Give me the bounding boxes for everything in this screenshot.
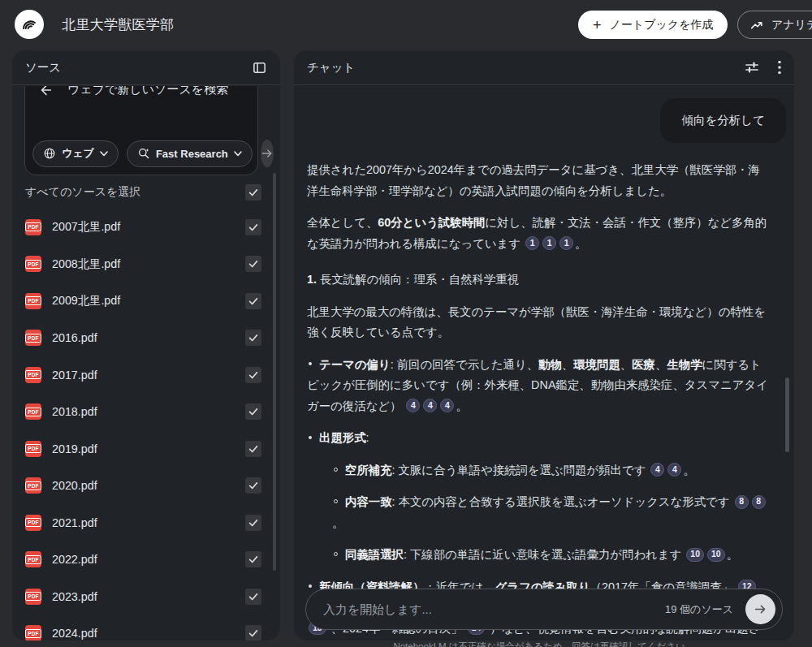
source-row[interactable]: PDF2019.pdf [25, 430, 261, 468]
source-checkbox[interactable] [245, 477, 261, 494]
source-file-name: 2021.pdf [52, 516, 97, 529]
web-search-card: ウェブで新しいソースを検索 ウェブ [24, 86, 258, 175]
source-row[interactable]: PDF2016.pdf [25, 320, 261, 357]
more-options-icon[interactable] [778, 60, 781, 75]
text-run: 内容一致 [345, 495, 392, 508]
source-checkbox[interactable] [245, 367, 261, 383]
text-run: 。 [456, 399, 467, 412]
citation-chip[interactable]: 1 [559, 236, 573, 250]
analytics-label: アナリティ [771, 18, 812, 32]
text-run: 。 [683, 464, 694, 477]
source-checkbox[interactable] [245, 441, 261, 457]
source-file-name: 2019.pdf [52, 442, 97, 455]
pdf-file-icon: PDF [25, 367, 41, 383]
source-row[interactable]: PDF2009北里.pdf [25, 283, 261, 320]
citation-chip[interactable]: 1 [525, 236, 539, 250]
send-button[interactable] [745, 594, 775, 624]
source-checkbox[interactable] [245, 589, 261, 605]
source-row[interactable]: PDF2024.pdf [25, 615, 261, 641]
citation-chip[interactable]: 8 [752, 495, 766, 509]
sources-scrollbar[interactable] [273, 173, 276, 571]
web-source-dropdown[interactable]: ウェブ [32, 140, 119, 167]
chat-heading: 1. 長文読解の傾向：理系・自然科学重視 [307, 270, 771, 291]
source-row[interactable]: PDF2021.pdf [25, 504, 261, 541]
citation-chip[interactable]: 4 [650, 463, 664, 477]
text-run: 全体として、 [307, 216, 378, 229]
citation-chip[interactable]: 4 [667, 463, 681, 477]
source-checkbox[interactable] [245, 293, 261, 309]
text-run: 長文読解の傾向：理系・自然科学重視 [320, 273, 519, 286]
notebooklm-logo-icon[interactable] [15, 10, 44, 39]
disclaimer-text: NotebookLM は不正確な場合があるため、回答は再確認してください。 [294, 641, 794, 647]
source-row[interactable]: PDF2007北里.pdf [25, 209, 261, 246]
text-run: 空所補充 [345, 464, 392, 477]
source-file-name: 2008北里.pdf [52, 257, 120, 272]
citation-chip[interactable]: 8 [735, 495, 749, 509]
pdf-file-icon: PDF [25, 441, 41, 457]
source-count-label: 19 個のソース [665, 602, 733, 617]
sources-panel-title: ソース [25, 60, 61, 75]
text-run: 提供された2007年から2024年までの過去問データに基づき、北里大学（獣医学部… [307, 163, 760, 197]
source-row[interactable]: PDF2008北里.pdf [25, 246, 261, 283]
citation-chip[interactable]: 4 [440, 399, 454, 412]
chat-bullet: 同義語選択: 下線部の単語に近い意味を選ぶ語彙力が問われます 1010。 [332, 545, 771, 566]
text-run: : 下線部の単語に近い意味を選ぶ語彙力が問われます [404, 548, 685, 561]
research-mode-dropdown[interactable]: Fast Research [127, 140, 253, 167]
pdf-file-icon: PDF [25, 589, 41, 605]
citation-chip[interactable]: 4 [423, 399, 437, 412]
web-search-title-row: ウェブで新しいソースを検索 [38, 86, 228, 97]
pdf-file-icon: PDF [25, 477, 41, 494]
text-run: 。 [575, 237, 586, 250]
chat-scrollbar[interactable] [785, 377, 789, 452]
pdf-file-icon: PDF [25, 515, 41, 531]
source-file-name: 2023.pdf [52, 590, 97, 603]
pdf-file-icon: PDF [25, 330, 41, 346]
source-checkbox[interactable] [245, 330, 261, 346]
source-file-name: 2020.pdf [52, 479, 97, 492]
source-file-name: 2007北里.pdf [52, 219, 120, 235]
pdf-file-icon: PDF [25, 293, 41, 309]
source-row[interactable]: PDF2017.pdf [25, 356, 261, 394]
back-arrow-icon[interactable] [38, 86, 53, 97]
source-row[interactable]: PDF2023.pdf [25, 578, 261, 615]
text-run: 。 [332, 516, 343, 529]
search-submit-button[interactable] [261, 140, 274, 167]
text-run: : 文脈に合う単語や接続詞を選ぶ問題が頻出です [392, 464, 650, 477]
citation-chip[interactable]: 4 [406, 399, 420, 412]
chat-input[interactable] [323, 602, 665, 616]
citation-chip[interactable]: 1 [542, 236, 556, 250]
source-checkbox[interactable] [245, 403, 261, 420]
chat-paragraph: 北里大学の最大の特徴は、長文のテーマが学部（獣医・海洋生命・環境など）の特性を強… [307, 302, 771, 343]
source-row[interactable]: PDF2018.pdf [25, 394, 261, 431]
source-checkbox[interactable] [245, 515, 261, 531]
chat-paragraph: 全体として、60分という試験時間に対し、読解・文法・会話・作文（整序）など多角的… [307, 213, 771, 254]
globe-icon [43, 147, 56, 160]
source-row[interactable]: PDF2022.pdf [25, 541, 261, 579]
source-checkbox[interactable] [245, 625, 261, 641]
chat-bullet: テーマの偏り: 前回の回答で示した通り、動物、環境問題、医療、生物学に関するトピ… [307, 355, 771, 417]
select-all-row: すべてのソースを選択 [25, 184, 261, 201]
source-checkbox[interactable] [245, 219, 261, 235]
text-run: 北里大学の最大の特徴は、長文のテーマが学部（獣医・海洋生命・環境など）の特性を強… [307, 305, 766, 339]
create-notebook-button[interactable]: + ノートブックを作成 [578, 11, 728, 39]
bullet-dot-icon [309, 584, 312, 588]
text-run: : [366, 431, 369, 444]
citation-chip[interactable]: 10 [686, 548, 704, 562]
text-run: 。 [727, 548, 738, 561]
source-checkbox[interactable] [245, 256, 261, 272]
citation-chip[interactable]: 10 [707, 548, 725, 562]
source-file-name: 2009北里.pdf [52, 293, 120, 308]
pdf-file-icon: PDF [25, 403, 41, 420]
chat-input-bar: 19 個のソース [305, 589, 783, 630]
text-run: 出題形式 [319, 431, 366, 444]
source-file-name: 2022.pdf [52, 553, 97, 566]
create-notebook-label: ノートブックを作成 [610, 18, 714, 32]
chat-settings-icon[interactable] [744, 59, 760, 75]
bullet-ring-icon [334, 552, 338, 556]
source-list: PDF2007北里.pdfPDF2008北里.pdfPDF2009北里.pdfP… [25, 209, 261, 641]
select-all-checkbox[interactable] [245, 184, 261, 201]
source-row[interactable]: PDF2020.pdf [25, 468, 261, 505]
collapse-panel-icon[interactable] [252, 60, 267, 75]
analytics-button[interactable]: アナリティ [737, 11, 812, 39]
source-checkbox[interactable] [245, 551, 261, 567]
